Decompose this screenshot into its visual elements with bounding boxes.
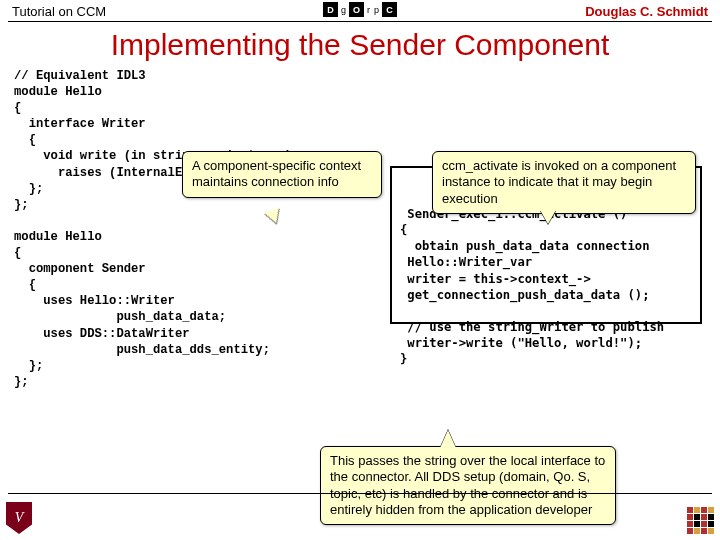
callout-connector-text: This passes the string over the local in… bbox=[330, 453, 605, 517]
doc-group-logo: D g O r p C bbox=[323, 2, 397, 17]
callout-activate-tail bbox=[540, 210, 556, 224]
logo-letter-d: D bbox=[323, 2, 338, 17]
footer-shield-logo: V bbox=[6, 502, 32, 534]
header-left-text: Tutorial on CCM bbox=[12, 4, 106, 19]
slide-title: Implementing the Sender Component bbox=[0, 28, 720, 62]
isis-logo bbox=[687, 507, 714, 534]
callout-activate: ccm_activate is invoked on a component i… bbox=[432, 151, 696, 214]
callout-activate-text: ccm_activate is invoked on a component i… bbox=[442, 158, 676, 206]
header-right-text: Douglas C. Schmidt bbox=[585, 4, 708, 19]
shield-icon: V bbox=[6, 502, 32, 534]
callout-context-text: A component-specific context maintains c… bbox=[192, 158, 361, 189]
callout-connector: This passes the string over the local in… bbox=[320, 446, 616, 525]
shield-letter: V bbox=[15, 510, 24, 526]
footer-divider bbox=[8, 493, 712, 494]
logo-letter-c: C bbox=[382, 2, 397, 17]
logo-sup-g: g bbox=[341, 5, 346, 15]
callout-context: A component-specific context maintains c… bbox=[182, 151, 382, 198]
header-divider bbox=[8, 21, 712, 22]
idl-code-block: // Equivalent IDL3 module Hello { interf… bbox=[14, 68, 292, 390]
logo-sup-r: r bbox=[367, 5, 370, 15]
logo-sup-p: p bbox=[374, 5, 379, 15]
logo-letter-o: O bbox=[349, 2, 364, 17]
callout-connector-tail bbox=[440, 430, 456, 448]
cpp-code-text: Sender_exec_i::ccm_activate () { obtain … bbox=[400, 206, 692, 367]
